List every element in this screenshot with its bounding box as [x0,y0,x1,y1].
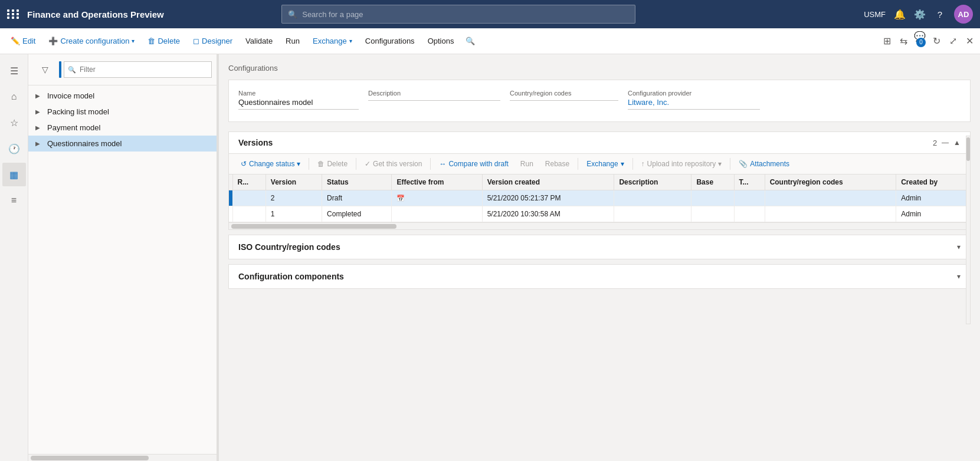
validate-button[interactable]: Validate [240,33,278,49]
delete-button[interactable]: 🗑 Delete [142,33,186,49]
compare-with-draft-button[interactable]: ↔ Compare with draft [434,157,513,170]
versions-count: 2 [933,139,937,147]
close-icon[interactable]: ✕ [963,35,975,47]
section-dash-icon[interactable]: — [942,139,949,147]
open-in-new-icon[interactable]: ⤢ [947,35,959,47]
tree-item-label: Payment model [47,123,100,132]
avatar[interactable]: AD [954,5,973,24]
options-button[interactable]: Options [422,33,460,49]
versions-table: R... Version Status Effective from Versi… [229,174,970,222]
designer-button[interactable]: ◻ Designer [187,33,238,49]
filter-icon[interactable]: ▽ [33,58,57,81]
config-components-chevron-icon: ▾ [957,272,961,281]
configurations-button[interactable]: Configurations [359,33,421,49]
tree-item-packing[interactable]: ▶ Packing list model [28,104,217,120]
attachment-icon: 📎 [739,160,748,168]
compare-icon[interactable]: ⇆ [897,35,909,47]
nav-workspaces-icon[interactable]: ▦ [2,163,26,186]
config-provider-label: Configuration provider [628,90,760,97]
vertical-scrollbar-thumb[interactable] [966,137,970,161]
config-components-section: Configuration components ▾ [228,264,971,289]
section-collapse-icon[interactable]: ▲ [953,139,961,147]
iso-section: ISO Country/region codes ▾ [228,235,971,259]
vertical-scrollbar[interactable] [966,136,971,324]
ver-delete-icon: 🗑 [317,160,325,168]
tree-item-questionnaires[interactable]: ▶ Questionnaires model [28,136,217,152]
tree-list: ▶ Invoice model ▶ Packing list model ▶ P… [28,85,217,454]
col-version-created: Version created [482,174,614,190]
left-panel: ▽ 🔍 ▶ Invoice model ▶ Packing list model… [28,54,217,461]
iso-collapsible-header[interactable]: ISO Country/region codes ▾ [229,235,970,259]
row-base [691,206,734,222]
settings-gear-icon[interactable]: ⚙️ [914,8,926,20]
tree-item-payment[interactable]: ▶ Payment model [28,120,217,136]
create-configuration-button[interactable]: ➕ Create configuration ▾ [42,33,140,49]
command-bar: ✏️ Edit ➕ Create configuration ▾ 🗑 Delet… [0,28,980,54]
row-t [734,206,765,222]
row-t [734,190,765,206]
nav-list-icon[interactable]: ≡ [2,189,26,212]
search-command-icon[interactable]: 🔍 [466,37,475,45]
global-search[interactable]: 🔍 [281,5,635,24]
config-country-value [510,98,618,101]
row-country [765,190,896,206]
refresh-icon[interactable]: ↻ [930,35,942,47]
tree-expand-icon: ▶ [35,124,44,131]
apps-menu-icon[interactable] [7,9,20,19]
left-scrollbar-thumb[interactable] [31,456,149,460]
search-icon: 🔍 [288,10,297,19]
upload-into-repository-button[interactable]: ↑ Upload into repository ▾ [637,157,727,170]
rebase-button[interactable]: Rebase [540,157,574,170]
toolbar-separator-2 [356,158,356,170]
versions-exchange-button[interactable]: Exchange ▾ [582,157,628,170]
resize-handle[interactable] [217,54,219,461]
tree-item-invoice[interactable]: ▶ Invoice model [28,88,217,104]
search-input[interactable] [302,10,629,19]
table-row[interactable]: 2 Draft 📅 5/21/2020 05:21:37 PM [229,190,970,206]
row-version: 2 [266,190,322,206]
designer-icon: ◻ [193,37,199,45]
nav-recent-icon[interactable]: 🕐 [2,137,26,160]
help-icon[interactable]: ? [934,8,946,20]
versions-delete-button[interactable]: 🗑 Delete [313,157,352,170]
get-version-icon: ✓ [365,160,371,168]
get-this-version-button[interactable]: ✓ Get this version [360,157,427,170]
versions-section: Versions 2 — ▲ ↺ Change status ▾ [228,131,971,230]
change-status-button[interactable]: ↺ Change status ▾ [236,157,305,170]
row-effective-from: 📅 [392,190,482,206]
row-country [765,206,896,222]
content-area: Configurations Name Questionnaires model… [219,54,980,461]
nav-home-icon[interactable]: ⌂ [2,85,26,108]
versions-scrollbar-thumb[interactable] [231,224,396,229]
table-row[interactable]: 1 Completed 5/21/2020 10:30:58 AM Admin [229,206,970,222]
tree-expand-icon: ▶ [35,93,44,99]
upload-caret: ▾ [718,160,722,168]
top-bar-right: USMF 🔔 ⚙️ ? AD [864,5,973,24]
row-description [614,206,691,222]
versions-horizontal-scrollbar[interactable] [229,222,970,229]
nav-menu-icon[interactable]: ☰ [2,59,26,83]
versions-run-button[interactable]: Run [516,157,538,170]
config-provider-value[interactable]: Litware, Inc. [628,98,760,110]
grid-view-icon[interactable]: ⊞ [881,35,893,47]
row-status: Completed [322,206,392,222]
exchange-button[interactable]: Exchange ▾ [307,33,358,49]
row-status: Draft [322,190,392,206]
filter-input[interactable] [80,65,208,74]
run-button[interactable]: Run [280,33,306,49]
col-t: T... [734,174,765,190]
edit-button[interactable]: ✏️ Edit [5,33,41,49]
iso-chevron-icon: ▾ [957,243,961,251]
nav-favorites-icon[interactable]: ☆ [2,111,26,134]
col-base: Base [691,174,734,190]
notification-bell-icon[interactable]: 🔔 [894,8,906,20]
config-description-label: Description [368,90,500,97]
notification-wrap: 💬 0 [914,31,926,52]
attachments-button[interactable]: 📎 Attachments [734,157,794,170]
row-number [232,206,266,222]
iso-title: ISO Country/region codes [238,242,340,252]
config-components-header[interactable]: Configuration components ▾ [229,265,970,288]
left-panel-scrollbar[interactable] [28,454,217,461]
section-expand-icons: — ▲ [942,139,961,147]
exchange-caret-2: ▾ [621,160,624,168]
